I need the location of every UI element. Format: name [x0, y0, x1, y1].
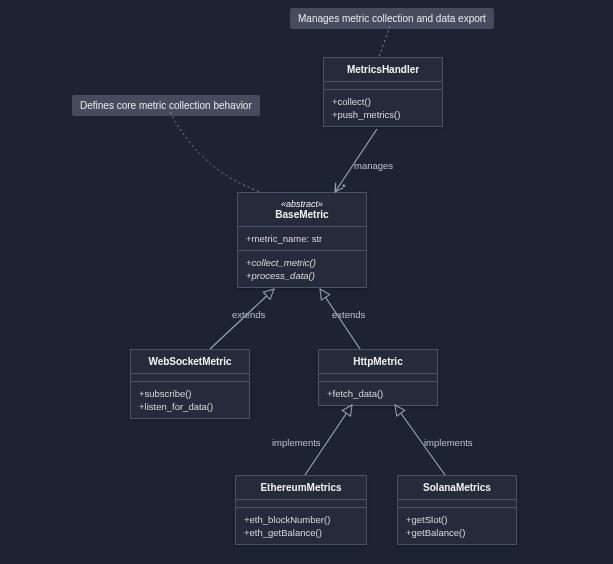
method: +getSlot()	[406, 513, 508, 526]
edge-label-implements: implements	[422, 437, 475, 448]
class-header: EthereumMetrics	[236, 476, 366, 500]
class-name: BaseMetric	[275, 209, 328, 220]
note-metrics-handler: Manages metric collection and data expor…	[290, 8, 494, 29]
edge-label-extends: extends	[230, 309, 267, 320]
class-methods: +collect() +push_metrics()	[324, 90, 442, 126]
edge-label-extends: extends	[330, 309, 367, 320]
edge-label-manages: manages	[352, 160, 395, 171]
class-ethereummetrics: EthereumMetrics +eth_blockNumber() +eth_…	[235, 475, 367, 545]
method: +fetch_data()	[327, 387, 429, 400]
edge-multiplicity-star: *	[340, 181, 348, 192]
class-methods: +collect_metric() +process_data()	[238, 251, 366, 287]
class-header: «abstract» BaseMetric	[238, 193, 366, 227]
class-attrs-empty	[131, 374, 249, 382]
class-methods: +fetch_data()	[319, 382, 437, 405]
class-solanametrics: SolanaMetrics +getSlot() +getBalance()	[397, 475, 517, 545]
class-methods: +subscribe() +listen_for_data()	[131, 382, 249, 418]
class-attrs-empty	[398, 500, 516, 508]
class-basemetric: «abstract» BaseMetric +metric_name: str …	[237, 192, 367, 288]
note-base-metric: Defines core metric collection behavior	[72, 95, 260, 116]
method: +eth_blockNumber()	[244, 513, 358, 526]
attribute: +metric_name: str	[246, 232, 358, 245]
edge-label-implements: implements	[270, 437, 323, 448]
method: +getBalance()	[406, 526, 508, 539]
class-attrs-empty	[319, 374, 437, 382]
method: +process_data()	[246, 269, 358, 282]
stereotype: «abstract»	[246, 199, 358, 209]
class-metricshandler: MetricsHandler +collect() +push_metrics(…	[323, 57, 443, 127]
class-attrs-empty	[236, 500, 366, 508]
class-attrs-empty	[324, 82, 442, 90]
class-methods: +getSlot() +getBalance()	[398, 508, 516, 544]
class-header: HttpMetric	[319, 350, 437, 374]
method: +collect()	[332, 95, 434, 108]
class-header: WebSocketMetric	[131, 350, 249, 374]
class-httpmetric: HttpMetric +fetch_data()	[318, 349, 438, 406]
method: +subscribe()	[139, 387, 241, 400]
method: +eth_getBalance()	[244, 526, 358, 539]
method: +listen_for_data()	[139, 400, 241, 413]
class-websocketmetric: WebSocketMetric +subscribe() +listen_for…	[130, 349, 250, 419]
class-attrs: +metric_name: str	[238, 227, 366, 251]
class-methods: +eth_blockNumber() +eth_getBalance()	[236, 508, 366, 544]
class-header: MetricsHandler	[324, 58, 442, 82]
method: +push_metrics()	[332, 108, 434, 121]
class-header: SolanaMetrics	[398, 476, 516, 500]
method: +collect_metric()	[246, 256, 358, 269]
